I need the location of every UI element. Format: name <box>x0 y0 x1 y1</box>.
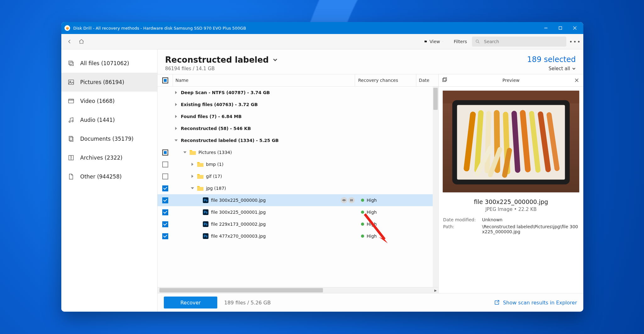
sidebar-item-documents[interactable]: Documents (35179) <box>61 129 157 148</box>
filters-button[interactable]: Filters <box>448 37 470 47</box>
search-input[interactable] <box>483 39 563 44</box>
app-window: Disk Drill - All recovery methods - Hard… <box>61 22 583 312</box>
rows-container: Deep Scan - NTFS (40787) - 3.74 GB Exist… <box>158 87 438 287</box>
caret-right-icon[interactable] <box>174 114 178 119</box>
caret-down-icon[interactable] <box>183 150 187 155</box>
row-checkbox[interactable] <box>162 197 168 203</box>
recovery-label: High <box>367 222 377 227</box>
svg-rect-37 <box>443 78 447 81</box>
recovery-label: High <box>367 234 377 239</box>
row-checkbox[interactable] <box>162 185 168 191</box>
meta-value: \Reconstructed labeled\Pictures\jpg\file… <box>482 224 579 234</box>
svg-rect-36 <box>443 78 446 82</box>
scrollbar-thumb[interactable] <box>159 288 323 292</box>
row-checkbox[interactable] <box>162 150 168 156</box>
row-checkbox[interactable] <box>162 161 168 167</box>
caret-right-icon[interactable] <box>174 90 178 95</box>
preview-close-button[interactable] <box>573 77 580 84</box>
group-row[interactable]: Reconstructed (58) - 546 KB <box>158 122 438 134</box>
file-row[interactable]: Psfile 300x225_000001.jpg High <box>158 206 438 218</box>
window-title: Disk Drill - All recovery methods - Hard… <box>73 26 539 31</box>
file-row[interactable]: Ps file 300x225_000000.jpg High <box>158 194 438 206</box>
meta-value: Unknown <box>482 217 579 222</box>
column-recovery[interactable]: Recovery chances <box>355 74 416 86</box>
document-icon <box>68 135 75 142</box>
folder-icon <box>197 186 203 191</box>
sidebar-item-other[interactable]: Other (944258) <box>61 167 157 186</box>
column-date[interactable]: Date <box>416 74 438 86</box>
caret-down-icon[interactable] <box>190 186 195 190</box>
file-grid: Name Recovery chances Date Deep Scan - N… <box>158 74 438 293</box>
caret-right-icon[interactable] <box>190 162 195 167</box>
chevron-down-icon <box>442 40 443 43</box>
home-button[interactable] <box>76 37 86 47</box>
footer: Recover 189 files / 5.26 GB Show scan re… <box>158 293 583 312</box>
folder-row[interactable]: gif (17) <box>158 170 438 182</box>
folder-row[interactable]: bmp (1) <box>158 158 438 170</box>
caret-right-icon[interactable] <box>174 126 178 131</box>
close-button[interactable] <box>568 22 582 34</box>
eye-icon[interactable] <box>341 197 347 203</box>
photoshop-icon: Ps <box>203 197 208 203</box>
hex-icon[interactable] <box>348 197 355 203</box>
group-row[interactable]: Deep Scan - NTFS (40787) - 3.74 GB <box>158 87 438 99</box>
vertical-scrollbar[interactable] <box>433 87 438 287</box>
status-dot-icon <box>361 223 364 226</box>
caret-right-icon[interactable] <box>174 102 178 107</box>
sidebar-item-label: Documents (35179) <box>80 136 134 142</box>
svg-rect-14 <box>70 62 73 65</box>
page-title-dropdown[interactable]: Reconstructed labeled <box>165 55 527 65</box>
sidebar-item-label: Video (1668) <box>80 98 115 104</box>
search-field[interactable] <box>472 37 566 47</box>
photoshop-icon: Ps <box>203 209 208 215</box>
recovery-label: High <box>367 210 377 215</box>
preview-pane: Preview <box>438 74 583 293</box>
svg-rect-15 <box>69 80 74 85</box>
folder-row[interactable]: Pictures (1334) <box>158 146 438 158</box>
meta-label: Path: <box>443 224 478 234</box>
preview-image <box>442 90 580 193</box>
sidebar-item-audio[interactable]: Audio (1441) <box>61 110 157 129</box>
row-checkbox[interactable] <box>162 233 168 239</box>
file-row[interactable]: Psfile 477x270_000003.jpg High <box>158 230 438 242</box>
sidebar-item-pictures[interactable]: Pictures (86194) <box>61 73 157 92</box>
file-row[interactable]: Psfile 229x173_000002.jpg High <box>158 218 438 230</box>
caret-right-icon[interactable] <box>190 174 195 178</box>
preview-subtitle: JPEG Image • 22.2 KB <box>439 207 583 212</box>
more-button[interactable]: ••• <box>570 38 580 45</box>
open-in-explorer-link[interactable]: Show scan results in Explorer <box>494 299 577 306</box>
minimize-button[interactable] <box>539 22 553 34</box>
sidebar-item-label: Other (944258) <box>80 173 122 180</box>
caret-down-icon[interactable] <box>174 138 178 143</box>
column-name[interactable]: Name <box>173 74 355 86</box>
row-checkbox[interactable] <box>162 173 168 179</box>
back-button[interactable] <box>64 37 75 47</box>
sidebar-item-archives[interactable]: Archives (2322) <box>61 148 157 167</box>
folder-row-expanded[interactable]: jpg (187) <box>158 182 438 194</box>
folder-view-icon <box>424 40 427 43</box>
maximize-button[interactable] <box>553 22 568 34</box>
svg-rect-13 <box>69 61 72 65</box>
page-subtitle: 86194 files / 14.1 GB <box>165 66 527 71</box>
meta-label: Date modified: <box>443 217 478 222</box>
carrots-image <box>443 91 579 192</box>
sidebar-item-video[interactable]: Video (1668) <box>61 92 157 110</box>
photoshop-icon: Ps <box>203 221 208 227</box>
group-row-expanded[interactable]: Reconstructed labeled (1334) - 5.25 GB <box>158 134 438 146</box>
view-dropdown[interactable]: View <box>421 37 446 47</box>
select-all-checkbox[interactable] <box>162 77 168 83</box>
recover-button[interactable]: Recover <box>164 297 217 309</box>
photoshop-icon: Ps <box>203 233 208 239</box>
search-icon <box>475 39 480 44</box>
group-row[interactable]: Found files (7) - 6.84 MB <box>158 110 438 122</box>
sidebar-item-all-files[interactable]: All files (1071062) <box>61 54 157 73</box>
row-checkbox[interactable] <box>162 209 168 215</box>
horizontal-scrollbar[interactable]: ◀ ▶ <box>158 287 438 293</box>
row-checkbox[interactable] <box>162 221 168 227</box>
scrollbar-thumb[interactable] <box>433 88 438 110</box>
popout-button[interactable] <box>442 77 449 84</box>
scroll-right-icon[interactable]: ▶ <box>433 287 438 293</box>
select-all-dropdown[interactable]: Select all <box>527 66 576 71</box>
group-row[interactable]: Existing files (40763) - 3.72 GB <box>158 99 438 110</box>
file-icon <box>68 173 75 180</box>
